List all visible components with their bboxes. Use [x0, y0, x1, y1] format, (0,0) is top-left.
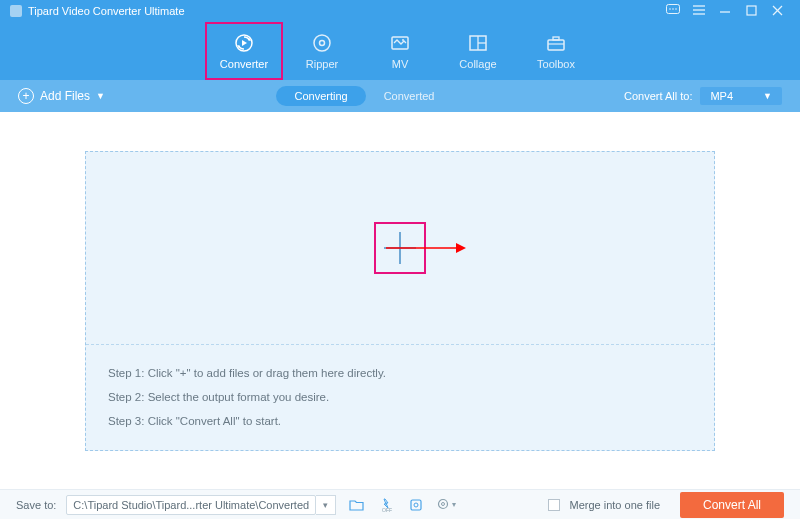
chevron-down-icon: ▼ — [96, 91, 105, 101]
titlebar: Tipard Video Converter Ultimate — [0, 0, 800, 22]
svg-point-3 — [675, 8, 677, 10]
converting-pill[interactable]: Converting — [276, 86, 365, 106]
convert-all-button[interactable]: Convert All — [680, 492, 784, 518]
svg-point-18 — [402, 39, 404, 41]
svg-marker-26 — [456, 243, 466, 253]
menu-icon[interactable] — [686, 4, 712, 19]
svg-marker-14 — [242, 40, 247, 46]
save-to-label: Save to: — [16, 499, 56, 511]
settings-icon[interactable]: ▾ — [436, 495, 456, 515]
gpu-icon[interactable] — [406, 495, 426, 515]
minimize-icon[interactable] — [712, 4, 738, 19]
drop-instructions: Step 1: Click "+" to add files or drag t… — [86, 345, 714, 449]
tab-label: Ripper — [306, 58, 338, 70]
close-icon[interactable] — [764, 4, 790, 19]
app-logo-icon — [10, 5, 22, 17]
svg-point-2 — [672, 8, 674, 10]
merge-label: Merge into one file — [570, 499, 661, 511]
svg-point-16 — [320, 41, 325, 46]
step2-text: Step 2: Select the output format you des… — [108, 385, 692, 409]
tab-ripper[interactable]: Ripper — [283, 22, 361, 80]
svg-rect-31 — [411, 500, 421, 510]
collage-icon — [467, 32, 489, 54]
converted-pill[interactable]: Converted — [366, 86, 453, 106]
svg-rect-23 — [553, 37, 559, 40]
dropzone[interactable]: Step 1: Click "+" to add files or drag t… — [85, 151, 715, 451]
subbar: + Add Files ▼ Converting Converted Conve… — [0, 80, 800, 112]
converter-icon — [233, 32, 255, 54]
svg-point-15 — [314, 35, 330, 51]
format-value: MP4 — [710, 90, 733, 102]
plus-circle-icon: + — [18, 88, 34, 104]
add-files-button[interactable]: + Add Files ▼ — [18, 88, 105, 104]
svg-text:OFF: OFF — [382, 507, 392, 512]
tab-label: Collage — [459, 58, 496, 70]
step1-text: Step 1: Click "+" to add files or drag t… — [108, 361, 692, 385]
tab-mv[interactable]: MV — [361, 22, 439, 80]
svg-point-34 — [441, 502, 444, 505]
main-tabs: Converter Ripper MV Collage Toolbox — [0, 22, 800, 80]
ripper-icon — [311, 32, 333, 54]
mv-icon — [389, 32, 411, 54]
maximize-icon[interactable] — [738, 4, 764, 19]
svg-point-1 — [669, 8, 671, 10]
save-path-value: C:\Tipard Studio\Tipard...rter Ultimate\… — [73, 499, 309, 511]
open-folder-icon[interactable] — [346, 495, 366, 515]
tab-toolbox[interactable]: Toolbox — [517, 22, 595, 80]
chevron-down-icon: ▼ — [763, 91, 772, 101]
tab-converter[interactable]: Converter — [205, 22, 283, 80]
svg-rect-8 — [747, 6, 756, 15]
feedback-icon[interactable] — [660, 4, 686, 19]
tab-label: Converter — [220, 58, 268, 70]
main-area: Step 1: Click "+" to add files or drag t… — [0, 112, 800, 489]
convert-all-to-label: Convert All to: — [624, 90, 692, 102]
toolbox-icon — [545, 32, 567, 54]
speed-icon[interactable]: OFF — [376, 495, 396, 515]
tab-collage[interactable]: Collage — [439, 22, 517, 80]
step3-text: Step 3: Click "Convert All" to start. — [108, 409, 692, 433]
merge-checkbox[interactable] — [548, 499, 560, 511]
svg-rect-22 — [548, 40, 564, 50]
drop-top[interactable] — [86, 152, 714, 346]
path-dropdown-icon[interactable]: ▾ — [316, 495, 336, 515]
app-title: Tipard Video Converter Ultimate — [28, 5, 185, 17]
tab-label: Toolbox — [537, 58, 575, 70]
footer: Save to: C:\Tipard Studio\Tipard...rter … — [0, 489, 800, 519]
add-files-label: Add Files — [40, 89, 90, 103]
svg-point-32 — [414, 503, 418, 507]
save-path-field[interactable]: C:\Tipard Studio\Tipard...rter Ultimate\… — [66, 495, 316, 515]
format-select[interactable]: MP4 ▼ — [700, 87, 782, 105]
annotation-arrow-icon — [386, 241, 466, 255]
tab-label: MV — [392, 58, 409, 70]
svg-point-33 — [438, 499, 447, 508]
